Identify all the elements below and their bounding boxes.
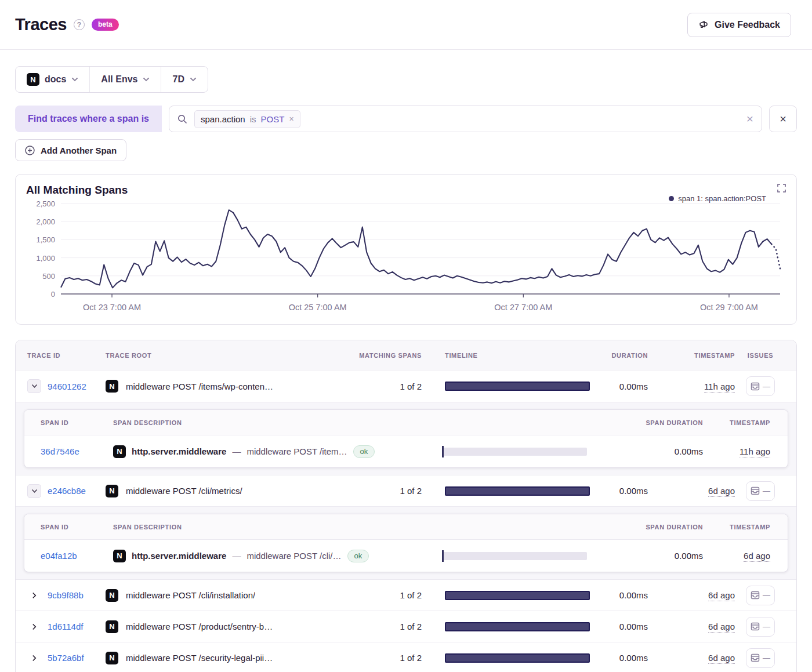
- project-filter-label: docs: [45, 74, 66, 85]
- timeline-bar[interactable]: [445, 653, 590, 663]
- span-op-label: http.server.middleware: [132, 446, 226, 456]
- nextjs-icon: N: [113, 445, 126, 458]
- nextjs-icon: N: [106, 620, 118, 633]
- timeline-bar[interactable]: [445, 382, 590, 391]
- issues-icon: [751, 622, 760, 631]
- chevron-down-icon: [143, 77, 150, 82]
- add-another-span-button[interactable]: Add Another Span: [15, 139, 126, 161]
- span-timestamp-value[interactable]: 6d ago: [744, 551, 770, 562]
- trace-id-link[interactable]: 1d6114df: [48, 622, 83, 631]
- issues-button[interactable]: —: [746, 481, 775, 501]
- issues-count-placeholder: —: [763, 591, 770, 600]
- span-duration-value: 0.00ms: [599, 551, 703, 561]
- trace-root-label: middleware POST /product/sentry-b…: [126, 622, 273, 631]
- span-row[interactable]: e04fa12b N http.server.middleware — midd…: [24, 540, 788, 572]
- issues-button[interactable]: —: [746, 376, 775, 396]
- issues-icon: [751, 382, 760, 391]
- nextjs-icon: N: [106, 380, 118, 393]
- all-matching-spans-panel: All Matching Spans span 1: span.action:P…: [15, 174, 797, 325]
- span-timeline-bar[interactable]: [442, 448, 587, 456]
- expand-row-button[interactable]: [27, 592, 41, 599]
- issues-button[interactable]: —: [746, 617, 775, 637]
- span-status-badge: ok: [353, 445, 375, 458]
- filter-token-span-action[interactable]: span.action is POST ×: [194, 110, 300, 128]
- token-remove-icon[interactable]: ×: [289, 114, 293, 123]
- span-timeline-bar[interactable]: [442, 552, 587, 560]
- timestamp-value[interactable]: 11h ago: [704, 382, 735, 393]
- col-span-timestamp: TIMESTAMP: [703, 524, 770, 531]
- close-query-button[interactable]: ×: [769, 106, 797, 132]
- trace-id-link[interactable]: 94601262: [48, 382, 86, 391]
- timestamp-value[interactable]: 6d ago: [708, 622, 735, 633]
- table-row[interactable]: 94601262 N middleware POST /items/wp-con…: [16, 370, 796, 402]
- timeline-bar[interactable]: [445, 622, 590, 631]
- issues-count-placeholder: —: [763, 622, 770, 631]
- matching-spans-value: 1 of 2: [335, 486, 427, 496]
- svg-text:1,500: 1,500: [36, 235, 55, 244]
- timeline-bar[interactable]: [445, 591, 590, 600]
- chevron-down-icon: [31, 489, 38, 493]
- span-id-link[interactable]: 36d7546e: [41, 446, 79, 456]
- chevron-right-icon: [32, 623, 37, 630]
- timestamp-value[interactable]: 6d ago: [708, 486, 735, 497]
- collapse-row-button[interactable]: [27, 379, 41, 393]
- nextjs-icon: N: [106, 589, 118, 602]
- svg-text:Oct 25 7:00 AM: Oct 25 7:00 AM: [289, 303, 347, 312]
- trace-id-link[interactable]: e246cb8e: [48, 486, 86, 496]
- timestamp-value[interactable]: 6d ago: [708, 653, 735, 664]
- col-matching-spans: MATCHING SPANS: [335, 352, 427, 359]
- timeline-bar[interactable]: [445, 486, 590, 496]
- nextjs-project-icon: N: [27, 73, 39, 86]
- expand-row-button[interactable]: [27, 655, 41, 662]
- table-row[interactable]: 9cb9f88b N middleware POST /cli/installa…: [16, 579, 796, 611]
- search-icon: [177, 114, 187, 124]
- collapse-row-button[interactable]: [27, 484, 41, 498]
- search-clear-icon[interactable]: ×: [746, 112, 753, 126]
- trace-root-label: middleware POST /cli/metrics/: [126, 486, 242, 496]
- timestamp-value[interactable]: 6d ago: [708, 590, 735, 601]
- fullscreen-icon[interactable]: [777, 184, 786, 195]
- chevron-down-icon: [190, 77, 197, 82]
- trace-id-link[interactable]: 9cb9f88b: [48, 590, 84, 600]
- issues-button[interactable]: —: [746, 648, 775, 668]
- span-search-input[interactable]: span.action is POST × ×: [169, 106, 762, 132]
- project-filter[interactable]: N docs: [16, 67, 89, 92]
- give-feedback-button[interactable]: Give Feedback: [687, 13, 791, 37]
- col-span-duration: SPAN DURATION: [599, 524, 703, 531]
- spans-table-header: SPAN ID SPAN DESCRIPTION SPAN DURATION T…: [24, 410, 788, 435]
- svg-text:2,500: 2,500: [36, 199, 55, 208]
- legend-label: span 1: span.action:POST: [678, 194, 766, 203]
- col-span-description: SPAN DESCRIPTION: [113, 524, 599, 531]
- svg-text:500: 500: [42, 272, 55, 281]
- trace-id-link[interactable]: 5b72a6bf: [48, 653, 84, 663]
- issues-button[interactable]: —: [746, 586, 775, 605]
- col-trace-root: TRACE ROOT: [106, 352, 335, 359]
- table-row[interactable]: 1d6114df N middleware POST /product/sent…: [16, 611, 796, 642]
- duration-value: 0.00ms: [590, 590, 648, 600]
- environment-filter[interactable]: All Envs: [89, 67, 161, 92]
- megaphone-icon: [698, 19, 709, 30]
- span-row[interactable]: 36d7546e N http.server.middleware — midd…: [24, 435, 788, 467]
- token-operator[interactable]: is: [250, 114, 256, 124]
- matching-spans-value: 1 of 2: [335, 653, 427, 663]
- span-timestamp-value[interactable]: 11h ago: [740, 446, 770, 457]
- span-id-link[interactable]: e04fa12b: [41, 551, 77, 561]
- trace-root-label: middleware POST /cli/installation/: [126, 590, 255, 600]
- filter-bar: N docs All Envs 7D: [15, 66, 208, 93]
- page-header: Traces ? beta Give Feedback: [0, 0, 812, 50]
- issues-count-placeholder: —: [763, 653, 770, 662]
- spans-line-chart[interactable]: 05001,0001,5002,0002,500Oct 23 7:00 AMOc…: [26, 197, 787, 319]
- environment-filter-label: All Envs: [101, 74, 137, 85]
- time-period-filter[interactable]: 7D: [161, 67, 207, 92]
- chevron-down-icon: [71, 77, 78, 82]
- help-icon[interactable]: ?: [74, 19, 85, 30]
- beta-badge: beta: [92, 19, 119, 31]
- chevron-down-icon: [31, 384, 38, 388]
- table-row[interactable]: e246cb8e N middleware POST /cli/metrics/…: [16, 475, 796, 506]
- token-value[interactable]: POST: [261, 114, 285, 124]
- expand-row-button[interactable]: [27, 623, 41, 630]
- table-row[interactable]: 5b72a6bf N middleware POST /security-leg…: [16, 642, 796, 672]
- expanded-spans-panel: SPAN ID SPAN DESCRIPTION SPAN DURATION T…: [16, 506, 796, 579]
- plus-circle-icon: [25, 146, 35, 155]
- legend-dot-icon: [669, 196, 674, 201]
